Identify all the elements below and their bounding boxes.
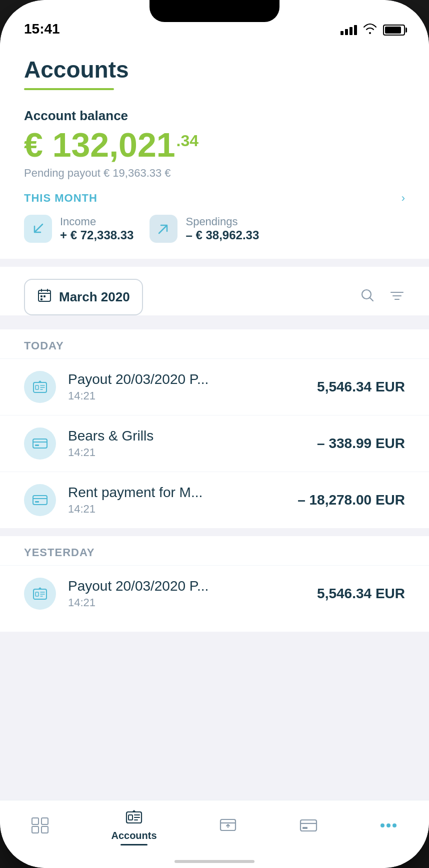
- status-time: 15:41: [24, 21, 60, 37]
- calendar-icon: [37, 288, 52, 306]
- svg-rect-16: [42, 826, 48, 833]
- balance-amount-row: € 132,021 .34: [24, 128, 405, 162]
- svg-rect-13: [32, 818, 38, 824]
- spending-amount: – € 38,962.33: [186, 228, 259, 242]
- date-filter-row: March 2020: [24, 279, 405, 315]
- svg-point-22: [380, 823, 384, 827]
- income-label: Income: [60, 215, 134, 228]
- bottom-nav: Accounts: [0, 800, 429, 860]
- transaction-name: Payout 20/03/2020 P...: [68, 578, 305, 594]
- transaction-name: Bears & Grills: [68, 428, 305, 444]
- transaction-item[interactable]: Payout 20/03/2020 P... 14:21 5,546.34 EU…: [0, 565, 429, 622]
- income-item: Income + € 72,338.33: [24, 215, 134, 243]
- svg-rect-12: [36, 592, 38, 596]
- accounts-nav-label: Accounts: [111, 830, 156, 841]
- transaction-item[interactable]: Rent payment for M... 14:21 – 18,278.00 …: [0, 472, 429, 528]
- page-title: Accounts: [24, 56, 405, 83]
- transaction-details: Payout 20/03/2020 P... 14:21: [68, 578, 305, 609]
- transaction-amount: – 18,278.00 EUR: [298, 492, 405, 508]
- nav-active-line: [120, 844, 148, 845]
- phone-screen: 15:41: [0, 0, 429, 868]
- balance-label: Account balance: [24, 108, 405, 124]
- transaction-details: Rent payment for M... 14:21: [68, 485, 286, 516]
- today-section: TODAY Payout 20/03/2020 P... 14:21: [0, 329, 429, 528]
- nav-item-more[interactable]: [379, 822, 398, 829]
- transaction-time: 14:21: [68, 596, 305, 609]
- status-icons: [340, 23, 405, 37]
- svg-rect-2: [44, 295, 46, 297]
- svg-rect-7: [33, 439, 47, 448]
- signal-icon: [340, 25, 357, 35]
- transaction-amount: 5,546.34 EUR: [317, 379, 405, 395]
- svg-rect-14: [42, 818, 48, 824]
- nav-item-dashboard[interactable]: [30, 816, 50, 834]
- battery-icon: [383, 25, 405, 36]
- card-icon-bubble-2: [24, 484, 56, 516]
- svg-rect-6: [36, 385, 38, 389]
- atm-icon-bubble: [24, 371, 56, 403]
- today-label: TODAY: [0, 329, 429, 358]
- svg-rect-9: [33, 496, 47, 505]
- scroll-content: Account balance € 132,021 .34 Pending pa…: [0, 90, 429, 800]
- card-icon-bubble: [24, 427, 56, 460]
- transaction-amount: – 338.99 EUR: [317, 436, 405, 452]
- transaction-time: 14:21: [68, 503, 286, 516]
- income-icon-bubble: [24, 215, 52, 243]
- pending-text: Pending payout € 19,363.33 €: [24, 167, 405, 180]
- search-button[interactable]: [360, 288, 375, 307]
- transaction-details: Bears & Grills 14:21: [68, 428, 305, 459]
- yesterday-label: YESTERDAY: [0, 536, 429, 565]
- transaction-time: 14:21: [68, 389, 305, 402]
- this-month-label: THIS MONTH: [24, 192, 98, 205]
- transaction-name: Payout 20/03/2020 P...: [68, 371, 305, 387]
- home-indicator: [0, 860, 429, 868]
- phone-shell: 15:41: [0, 0, 429, 868]
- transaction-time: 14:21: [68, 446, 305, 459]
- date-picker-button[interactable]: March 2020: [24, 279, 143, 315]
- section-separator: [0, 528, 429, 536]
- this-month-arrow-icon[interactable]: ›: [402, 192, 405, 205]
- bottom-padding: [0, 622, 429, 632]
- svg-rect-1: [40, 295, 42, 297]
- nav-item-cards[interactable]: [299, 818, 318, 833]
- svg-point-23: [386, 823, 390, 827]
- date-picker-text: March 2020: [59, 289, 130, 305]
- balance-card: Account balance € 132,021 .34 Pending pa…: [0, 90, 429, 259]
- income-amount: + € 72,338.33: [60, 228, 134, 242]
- spending-info: Spendings – € 38,962.33: [186, 215, 259, 242]
- transaction-details: Payout 20/03/2020 P... 14:21: [68, 371, 305, 402]
- this-month-row[interactable]: THIS MONTH ›: [24, 192, 405, 205]
- balance-cents: .34: [176, 132, 198, 150]
- svg-rect-8: [35, 445, 39, 446]
- spending-item: Spendings – € 38,962.33: [150, 215, 259, 243]
- income-info: Income + € 72,338.33: [60, 215, 134, 242]
- yesterday-section: YESTERDAY Payout 20/03/2020 P... 14:21: [0, 536, 429, 622]
- transaction-amount: 5,546.34 EUR: [317, 586, 405, 602]
- home-bar: [174, 860, 254, 863]
- svg-rect-3: [40, 298, 42, 300]
- transaction-name: Rent payment for M...: [68, 485, 286, 501]
- transaction-item[interactable]: Payout 20/03/2020 P... 14:21 5,546.34 EU…: [0, 358, 429, 415]
- wifi-icon: [363, 23, 377, 37]
- svg-rect-10: [35, 501, 39, 503]
- nav-item-payment[interactable]: [218, 816, 238, 834]
- spending-label: Spendings: [186, 215, 259, 228]
- income-spending-row: Income + € 72,338.33 Spendings – € 3: [24, 215, 405, 243]
- spending-icon-bubble: [150, 215, 178, 243]
- atm-icon-bubble-2: [24, 578, 56, 610]
- svg-rect-20: [300, 820, 316, 831]
- transaction-item[interactable]: Bears & Grills 14:21 – 338.99 EUR: [0, 415, 429, 472]
- balance-main: € 132,021: [24, 128, 176, 162]
- nav-item-accounts[interactable]: Accounts: [111, 809, 156, 841]
- filter-icons: [360, 288, 405, 307]
- notch: [150, 0, 280, 22]
- date-filter-section: March 2020: [0, 267, 429, 315]
- header: Accounts: [0, 44, 429, 90]
- svg-rect-21: [302, 827, 308, 829]
- svg-rect-15: [32, 826, 38, 833]
- svg-point-24: [392, 823, 396, 827]
- filter-button[interactable]: [389, 288, 405, 306]
- svg-rect-18: [128, 815, 132, 820]
